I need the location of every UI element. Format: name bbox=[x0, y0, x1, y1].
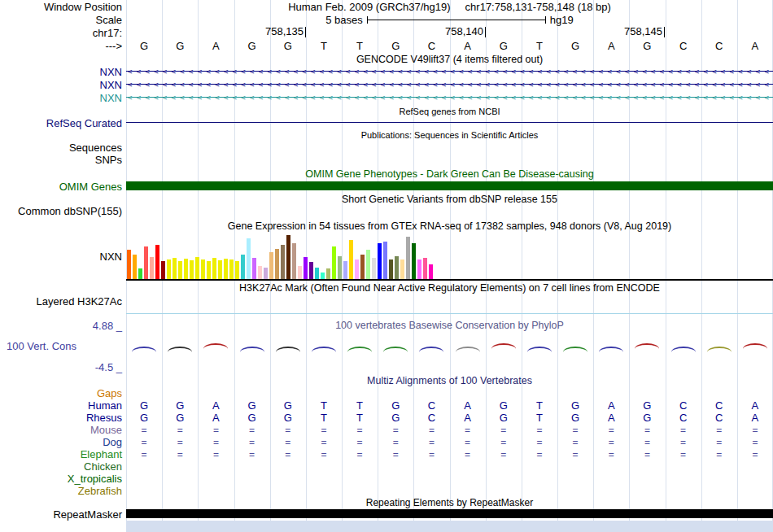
phylop-mark-cell bbox=[413, 347, 449, 352]
coordinate-label: 758,135 bbox=[265, 27, 306, 37]
alignment-cell: = bbox=[450, 424, 486, 436]
omim-track-title[interactable]: OMIM Gene Phenotypes - Dark Green Can Be… bbox=[126, 168, 773, 180]
phylop-mark bbox=[707, 347, 732, 352]
alignment-cell: = bbox=[234, 436, 270, 448]
gencode-track-title[interactable]: GENCODE V49lift37 (4 items filtered out) bbox=[126, 53, 773, 65]
repeatmasker-label[interactable]: RepeatMasker bbox=[0, 508, 126, 521]
refseq-curated-track[interactable] bbox=[126, 117, 773, 129]
alignment-cells: GGAGGTTGCAGTGAGCCA bbox=[126, 399, 773, 412]
multiz-row-x_tropicalis[interactable]: X_tropicalis bbox=[0, 473, 773, 485]
scale-label: Scale bbox=[0, 13, 126, 26]
h3k27ac-track-title[interactable]: H3K27Ac Mark (Often Found Near Active Re… bbox=[126, 281, 773, 294]
alignment-cell: C bbox=[701, 412, 737, 424]
gencode-gene-row[interactable]: NXN<<<<<<<<<<<<<<<<<<<<<<<<<<<<<<<<<<<<<… bbox=[0, 65, 773, 78]
gtex-tissue-bar bbox=[304, 257, 308, 279]
alignment-cell: = bbox=[557, 424, 593, 436]
gencode-gene-item[interactable]: <<<<<<<<<<<<<<<<<<<<<<<<<<<<<<<<<<<<<<<<… bbox=[126, 78, 773, 91]
gtex-tissue-bar bbox=[400, 259, 404, 279]
gtex-tissue-bar bbox=[286, 235, 290, 279]
gencode-gene-row[interactable]: NXN<<<<<<<<<<<<<<<<<<<<<<<<<<<<<<<<<<<<<… bbox=[0, 78, 773, 91]
sequence-track[interactable]: GGAGGTTGCAGTGAGCCA bbox=[126, 39, 773, 53]
alignment-cell: = bbox=[522, 448, 557, 460]
h3k27ac-label[interactable]: Layered H3K27Ac bbox=[0, 294, 126, 319]
snps-track[interactable] bbox=[126, 154, 773, 166]
scale-assembly-label: hg19 bbox=[550, 14, 574, 26]
gtex-tissue-bar bbox=[315, 268, 319, 279]
species-label[interactable]: Zebrafish bbox=[0, 485, 126, 497]
gtex-tissue-bar bbox=[429, 264, 433, 279]
multiz-row-chicken[interactable]: Chicken bbox=[0, 460, 773, 473]
repeatmasker-track[interactable] bbox=[126, 508, 773, 521]
alignment-cells: ================== bbox=[126, 424, 773, 436]
gencode-gene-item[interactable]: <<<<<<<<<<<<<<<<<<<<<<<<<<<<<<<<<<<<<<<<… bbox=[126, 91, 773, 104]
alignment-cell: A bbox=[593, 412, 629, 424]
multiz-row-mouse[interactable]: Mouse================== bbox=[0, 424, 773, 436]
multiz-row-zebrafish[interactable]: Zebrafish bbox=[0, 485, 773, 497]
sequences-track[interactable] bbox=[126, 142, 773, 154]
phylop-track[interactable]: 100 vertebrates Basewise Conservation by… bbox=[126, 319, 773, 374]
phylop-mark bbox=[563, 347, 587, 352]
gencode-gene-item[interactable]: <<<<<<<<<<<<<<<<<<<<<<<<<<<<<<<<<<<<<<<<… bbox=[126, 65, 773, 78]
h3k27ac-track[interactable] bbox=[126, 294, 773, 319]
species-label[interactable]: Dog bbox=[0, 436, 126, 448]
gtex-tissue-bar bbox=[258, 266, 262, 279]
gtex-track-title[interactable]: Gene Expression in 54 tissues from GTEx … bbox=[126, 220, 773, 233]
intron-direction-arrows: <<<<<<<<<<<<<<<<<<<<<<<<<<<<<<<<<<<<<<<<… bbox=[128, 65, 773, 78]
sequences-label[interactable]: Sequences bbox=[0, 142, 126, 154]
publications-track-title[interactable]: Publications: Sequences in Scientific Ar… bbox=[126, 129, 773, 142]
multiz-row-elephant[interactable]: Elephant================== bbox=[0, 448, 773, 460]
alignment-cell: = bbox=[234, 424, 270, 436]
phylop-track-label[interactable]: 100 Vert. Cons bbox=[7, 340, 76, 352]
alignment-cell: = bbox=[593, 424, 629, 436]
base-letter: G bbox=[486, 39, 522, 53]
alignment-cell: = bbox=[486, 448, 522, 460]
multiz-row-rhesus[interactable]: RhesusGGAGGTTGCAGTGAGCCA bbox=[0, 412, 773, 424]
omim-genes-track[interactable] bbox=[126, 180, 773, 193]
phylop-mark bbox=[383, 347, 408, 352]
alignment-cell: A bbox=[198, 412, 234, 424]
refseq-curated-label[interactable]: RefSeq Curated bbox=[0, 117, 126, 129]
dbsnp-label[interactable]: Common dbSNP(155) bbox=[0, 205, 126, 217]
gencode-gene-label[interactable]: NXN bbox=[0, 65, 126, 78]
alignment-cell: T bbox=[522, 399, 557, 412]
gencode-gene-label[interactable]: NXN bbox=[0, 78, 126, 91]
species-label[interactable]: Elephant bbox=[0, 448, 126, 460]
alignment-cell: C bbox=[666, 412, 701, 424]
multiz-row-dog[interactable]: Dog================== bbox=[0, 436, 773, 448]
strand-arrow-label: ---> bbox=[0, 39, 126, 53]
multiz-row-gaps[interactable]: Gaps bbox=[0, 387, 773, 399]
alignment-cell: = bbox=[198, 436, 234, 448]
species-label[interactable]: Chicken bbox=[0, 460, 126, 473]
omim-genes-label[interactable]: OMIM Genes bbox=[0, 180, 126, 193]
alignment-cell: = bbox=[666, 424, 701, 436]
species-label[interactable]: X_tropicalis bbox=[0, 473, 126, 485]
multiz-track-title[interactable]: Multiz Alignments of 100 Vertebrates bbox=[126, 374, 773, 387]
species-label[interactable]: Human bbox=[0, 399, 126, 412]
gtex-gene-label[interactable]: NXN bbox=[0, 233, 126, 281]
refseq-track-title[interactable]: RefSeq genes from NCBI bbox=[126, 106, 773, 117]
alignment-cell: G bbox=[629, 412, 665, 424]
species-label[interactable]: Rhesus bbox=[0, 412, 126, 424]
phylop-mark bbox=[203, 343, 228, 349]
species-label[interactable]: Mouse bbox=[0, 424, 126, 436]
gencode-gene-row[interactable]: NXN<<<<<<<<<<<<<<<<<<<<<<<<<<<<<<<<<<<<<… bbox=[0, 91, 773, 104]
alignment-cell: A bbox=[737, 399, 773, 412]
alignment-cells bbox=[126, 485, 773, 497]
multiz-row-human[interactable]: HumanGGAGGTTGCAGTGAGCCA bbox=[0, 399, 773, 412]
scale-bases-text: 5 bases bbox=[325, 14, 363, 26]
gtex-track[interactable] bbox=[126, 233, 773, 281]
base-letter: G bbox=[378, 39, 413, 53]
alignment-cell: = bbox=[486, 436, 522, 448]
gtex-tissue-bar bbox=[173, 258, 177, 279]
alignment-cell: G bbox=[557, 412, 593, 424]
base-letter: A bbox=[593, 39, 629, 53]
gtex-tissue-bar bbox=[195, 257, 199, 279]
base-letter: G bbox=[162, 39, 198, 53]
dbsnp-track[interactable] bbox=[126, 205, 773, 217]
species-label[interactable]: Gaps bbox=[0, 387, 126, 399]
snps-label[interactable]: SNPs bbox=[0, 154, 126, 166]
repeatmasker-track-title[interactable]: Repeating Elements by RepeatMasker bbox=[126, 497, 773, 508]
dbsnp-track-title[interactable]: Short Genetic Variants from dbSNP releas… bbox=[126, 193, 773, 205]
gencode-gene-label[interactable]: NXN bbox=[0, 91, 126, 104]
gtex-tissue-bar bbox=[201, 259, 205, 279]
